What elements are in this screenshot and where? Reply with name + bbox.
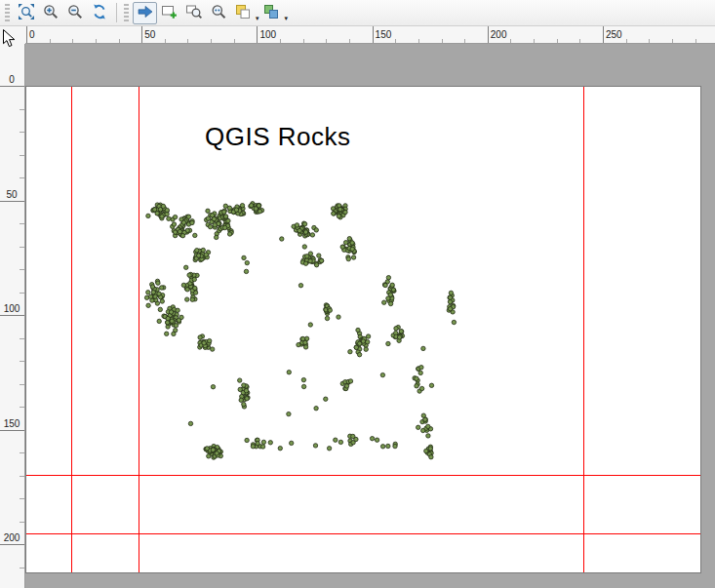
- map-point: [167, 216, 171, 220]
- ruler-minor-tick: [20, 452, 25, 453]
- map-point: [165, 332, 169, 335]
- map-point: [156, 281, 160, 285]
- toolbar: ▾ ▾: [0, 0, 715, 26]
- toolbar-grip[interactable]: [5, 4, 10, 21]
- refresh-button[interactable]: [87, 2, 111, 24]
- map-point: [290, 441, 294, 445]
- ruler-minor-tick: [464, 39, 465, 44]
- composer-canvas[interactable]: QGIS Rocks: [25, 44, 715, 588]
- map-point: [174, 324, 178, 328]
- map-point: [370, 437, 374, 441]
- map-point: [150, 285, 154, 289]
- guide-line-vertical[interactable]: [139, 87, 139, 572]
- ruler-minor-tick: [234, 39, 235, 44]
- ruler-major-tick: [141, 26, 142, 44]
- map-point: [211, 385, 215, 389]
- map-point: [310, 233, 314, 237]
- map-point: [393, 444, 397, 448]
- ruler-major-tick: [257, 26, 258, 44]
- map-point: [278, 447, 282, 451]
- guide-line-horizontal[interactable]: [26, 475, 700, 476]
- ruler-minor-tick: [20, 223, 25, 224]
- zoom-in-button[interactable]: [38, 2, 62, 24]
- map-point: [257, 204, 260, 208]
- map-point: [338, 440, 342, 444]
- map-point: [332, 212, 336, 216]
- map-point: [238, 378, 242, 382]
- zoom-actual-button[interactable]: [206, 2, 230, 24]
- zoom-full-button[interactable]: [14, 2, 38, 24]
- ruler-minor-tick: [20, 407, 25, 408]
- ruler-minor-tick: [165, 39, 166, 44]
- ruler-minor-tick: [579, 39, 580, 44]
- map-point: [380, 445, 384, 449]
- map-point: [242, 402, 246, 406]
- ruler-minor-tick: [20, 568, 25, 568]
- map-point: [206, 216, 210, 220]
- map-point: [325, 316, 329, 320]
- align-items-button[interactable]: [259, 2, 284, 24]
- ruler-minor-tick: [510, 39, 511, 44]
- move-item-content-icon: [137, 3, 154, 23]
- map-point: [328, 308, 332, 312]
- ruler-minor-tick: [20, 361, 25, 362]
- point-layer-map: [26, 87, 702, 574]
- map-point: [350, 241, 354, 245]
- map-point: [298, 284, 302, 288]
- map-point: [222, 210, 226, 214]
- map-point: [356, 328, 360, 332]
- ruler-tick-label: 50: [0, 189, 23, 200]
- zoom-to-item-icon: [185, 3, 203, 23]
- map-point: [300, 336, 304, 340]
- map-point: [317, 254, 321, 257]
- guide-line-vertical[interactable]: [583, 87, 584, 572]
- map-point: [346, 256, 350, 260]
- horizontal-ruler[interactable]: 050100150200250: [25, 26, 715, 44]
- map-point: [180, 234, 184, 238]
- composition-page[interactable]: QGIS Rocks: [25, 86, 701, 573]
- refresh-icon: [91, 3, 108, 23]
- ruler-tick-label: 0: [0, 74, 23, 85]
- guide-line-vertical[interactable]: [71, 87, 72, 572]
- map-point: [165, 208, 169, 212]
- map-point: [366, 340, 370, 344]
- map-point: [211, 347, 215, 351]
- map-point: [426, 424, 430, 428]
- map-point: [244, 269, 248, 273]
- align-items-dropdown-arrow[interactable]: ▾: [285, 15, 289, 24]
- map-point: [239, 398, 243, 402]
- map-point: [213, 223, 217, 227]
- move-item-content-button[interactable]: [133, 2, 157, 24]
- map-point: [173, 215, 177, 218]
- map-point: [226, 218, 230, 222]
- map-point: [172, 332, 176, 335]
- zoom-out-button[interactable]: [62, 2, 87, 24]
- ruler-minor-tick: [20, 498, 25, 499]
- qgis-composer-window: ▾ ▾ 050100150200250 050100150200 QGIS R: [0, 0, 715, 588]
- map-point: [215, 235, 218, 239]
- map-point: [314, 263, 318, 267]
- vertical-ruler[interactable]: 050100150200: [0, 44, 25, 588]
- map-point: [386, 296, 390, 300]
- map-point: [301, 377, 305, 381]
- map-point: [424, 449, 428, 452]
- map-point: [334, 438, 338, 442]
- zoom-actual-icon: [210, 3, 227, 23]
- map-point: [351, 434, 355, 438]
- map-point: [302, 222, 306, 226]
- map-point: [238, 387, 242, 391]
- add-map-button[interactable]: [157, 2, 181, 24]
- ruler-minor-tick: [20, 269, 25, 270]
- map-point: [301, 384, 305, 388]
- raise-items-button[interactable]: [230, 2, 255, 24]
- map-point: [179, 315, 183, 319]
- map-point: [327, 447, 331, 451]
- map-title-label[interactable]: QGIS Rocks: [205, 122, 350, 152]
- map-point: [357, 353, 361, 357]
- map-point: [314, 228, 318, 232]
- map-point: [347, 237, 351, 241]
- ruler-minor-tick: [20, 155, 25, 156]
- guide-line-horizontal[interactable]: [26, 533, 700, 534]
- zoom-to-item-button[interactable]: [181, 2, 206, 24]
- toolbar-grip-2[interactable]: [124, 4, 129, 21]
